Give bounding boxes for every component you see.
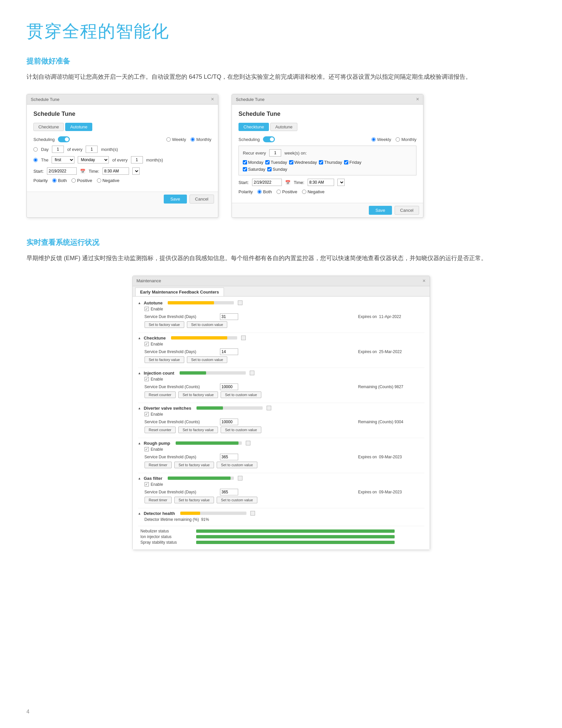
dialog2-wednesday-check[interactable]: Wednesday: [289, 160, 317, 165]
gasfilter-threshold-input[interactable]: [220, 489, 238, 495]
gasfilter-reset-btn[interactable]: Reset timer: [145, 497, 172, 503]
autotune-custom-btn[interactable]: Set to custom value: [187, 321, 228, 328]
dialog1-day-label: Day: [41, 147, 49, 152]
diverter-factory-btn[interactable]: Set to factory value: [178, 427, 218, 433]
injection-factory-btn[interactable]: Set to factory value: [178, 391, 218, 398]
dialog1-day-row: Day of every month(s): [33, 146, 211, 153]
injection-reset-btn[interactable]: Reset counter: [145, 391, 176, 398]
dialog2-body: Schedule Tune Checktune Autotune Schedul…: [232, 105, 423, 203]
dialog2-start-date[interactable]: [252, 179, 282, 186]
roughpump-threshold-label: Service Due threshold (Days): [145, 455, 217, 459]
dialog1-toggle[interactable]: [58, 136, 70, 142]
dialog2-toggle[interactable]: [263, 136, 275, 142]
autotune-threshold-input[interactable]: [220, 313, 238, 320]
dialog2-both-option[interactable]: Both: [258, 189, 272, 194]
diverter-slider-end: [267, 406, 271, 410]
injection-name: Injection count: [144, 371, 174, 376]
dialog1-of-every-input[interactable]: [86, 146, 98, 153]
dialog2-recur-input[interactable]: [269, 149, 281, 157]
dialog2-ampm-dropdown[interactable]: ▼: [337, 179, 345, 186]
gasfilter-custom-btn[interactable]: Set to custom value: [217, 497, 258, 503]
roughpump-custom-btn[interactable]: Set to custom value: [217, 462, 258, 468]
injection-custom-btn[interactable]: Set to custom value: [221, 391, 261, 398]
nebulizer-bar: [196, 529, 395, 533]
dialog2-time-input[interactable]: [307, 179, 334, 186]
roughpump-threshold-input[interactable]: [220, 454, 238, 460]
roughpump-factory-btn[interactable]: Set to factory value: [174, 462, 214, 468]
dialog1-monthly-option[interactable]: Monthly: [191, 137, 211, 142]
dialog2-thursday-check[interactable]: Thursday: [319, 160, 342, 165]
dialog1-time-input[interactable]: [103, 167, 129, 175]
dialog1-positive-option[interactable]: Positive: [71, 178, 92, 183]
diverter-enable-check[interactable]: ✓: [145, 412, 149, 416]
injection-threshold-input[interactable]: [220, 384, 238, 390]
diverter-threshold-input[interactable]: [220, 419, 238, 425]
diverter-custom-btn[interactable]: Set to custom value: [221, 427, 261, 433]
ion-injector-bar: [196, 535, 395, 538]
diverter-reset-btn[interactable]: Reset counter: [145, 427, 176, 433]
dialog2-tab-autotune[interactable]: Autotune: [270, 123, 297, 131]
dialog1-day-radio[interactable]: [33, 147, 38, 152]
dialog1-both-option[interactable]: Both: [52, 178, 67, 183]
dialog2-tab-checktune[interactable]: Checktune: [239, 123, 269, 131]
dialog2-close-button[interactable]: ×: [416, 96, 419, 102]
dialog2-sunday-check[interactable]: Sunday: [267, 167, 287, 172]
dialog2-weekly-option[interactable]: Weekly: [371, 137, 391, 142]
autotune-enable-check[interactable]: ✓: [145, 307, 149, 311]
dialog1-tab-autotune[interactable]: Autotune: [65, 123, 92, 131]
dialog2-polarity-row: Polarity Both Positive Negative: [239, 189, 416, 194]
dialog1-dayofweek-dropdown[interactable]: MondayTuesdayWednesdayThursdayFriday: [78, 156, 109, 163]
dialog1-negative-option[interactable]: Negative: [97, 178, 119, 183]
dialog1-polarity-row: Polarity Both Positive Negative: [33, 178, 211, 183]
roughpump-reset-btn[interactable]: Reset timer: [145, 462, 172, 468]
dialog1-weekly-option[interactable]: Weekly: [166, 137, 186, 142]
roughpump-expires: Expires on 09-Mar-2023: [358, 455, 424, 459]
gasfilter-name: Gas filter: [144, 476, 162, 481]
maint-title: Maintenance: [137, 278, 161, 283]
dialog1-the-radio[interactable]: [33, 158, 38, 162]
dialog1-of-every2-input[interactable]: [131, 156, 143, 163]
dialog1-save-button[interactable]: Save: [164, 195, 187, 204]
dialog1-start-row: Start: 📅 Time: ▼: [33, 167, 211, 175]
maint-roughpump-section: ▲ Rough pump ✓ Enable Service Due thresh…: [138, 441, 424, 473]
roughpump-name: Rough pump: [144, 441, 170, 446]
injection-threshold-label: Service Due threshold (Counts): [145, 385, 217, 389]
dialog1-cancel-button[interactable]: Cancel: [190, 195, 214, 204]
dialog2-start-label: Start:: [239, 180, 249, 185]
roughpump-btn-row: Reset timer Set to factory value Set to …: [138, 462, 424, 468]
autotune-threshold-row: Service Due threshold (Days) Expires on …: [138, 313, 424, 320]
diverter-remaining: Remaining (Counts) 9304: [358, 420, 424, 424]
dialog2-negative-option[interactable]: Negative: [302, 189, 324, 194]
dialog2-tuesday-check[interactable]: Tuesday: [265, 160, 287, 165]
dialog1-body: Schedule Tune Checktune Autotune Schedul…: [27, 105, 218, 192]
dialog2-monthly-option[interactable]: Monthly: [396, 137, 416, 142]
dialog1-close-button[interactable]: ×: [211, 96, 214, 102]
dialog1-tab-checktune[interactable]: Checktune: [33, 123, 64, 131]
autotune-factory-btn[interactable]: Set to factory value: [145, 321, 184, 328]
spray-stability-bar: [196, 541, 395, 544]
gasfilter-enable-check[interactable]: ✓: [145, 482, 149, 486]
injection-enable-check[interactable]: ✓: [145, 377, 149, 381]
dialog1-occurrence-dropdown[interactable]: firstsecondthirdfourthlast: [52, 156, 74, 163]
checktune-enable-check[interactable]: ✓: [145, 342, 149, 346]
dialog2-start-row: Start: 📅 Time: ▼: [239, 179, 416, 186]
dialog1-ampm-dropdown[interactable]: ▼: [132, 167, 140, 175]
dialog2-positive-option[interactable]: Positive: [277, 189, 297, 194]
checktune-custom-btn[interactable]: Set to custom value: [187, 356, 228, 363]
dialog2-cancel-button[interactable]: Cancel: [395, 206, 419, 215]
autotune-expires: Expires on 11-Apr-2022: [358, 314, 424, 319]
detector-lifetime-row: Detector lifetime remaining (%) 91%: [138, 517, 424, 522]
dialog2-save-button[interactable]: Save: [369, 206, 392, 215]
dialog1-start-date[interactable]: [47, 167, 77, 175]
dialog2-friday-check[interactable]: Friday: [344, 160, 361, 165]
maint-emf-tab[interactable]: Early Maintenance Feedback Counters: [135, 288, 224, 296]
dialog2-monday-check[interactable]: Monday: [243, 160, 263, 165]
maint-close-button[interactable]: ×: [422, 278, 425, 284]
checktune-threshold-input[interactable]: [220, 348, 238, 355]
dialog2-saturday-check[interactable]: Saturday: [243, 167, 265, 172]
dialog1-day-input[interactable]: [52, 146, 64, 153]
checktune-factory-btn[interactable]: Set to factory value: [145, 356, 184, 363]
gasfilter-factory-btn[interactable]: Set to factory value: [174, 497, 214, 503]
roughpump-enable-check[interactable]: ✓: [145, 447, 149, 451]
roughpump-progress-bar: [176, 441, 242, 445]
